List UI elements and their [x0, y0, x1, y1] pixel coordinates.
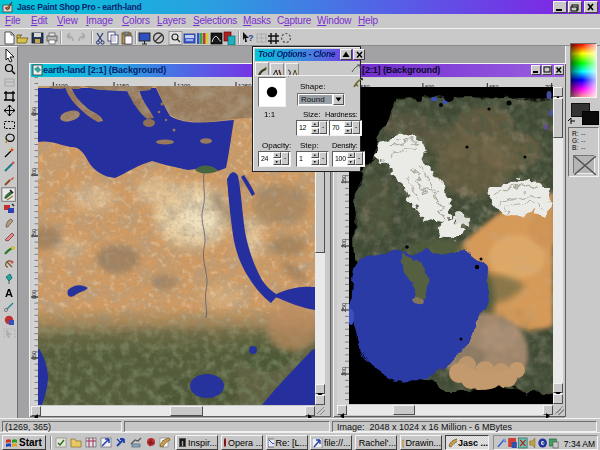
- svg-text:850: 850: [31, 351, 37, 360]
- svg-text:800: 800: [31, 290, 37, 299]
- svg-text:150: 150: [341, 175, 347, 184]
- svg-text:300: 300: [341, 367, 347, 376]
- svg-text:700: 700: [31, 168, 37, 177]
- svg-text:650: 650: [31, 107, 37, 116]
- svg-text:750: 750: [31, 229, 37, 238]
- svg-text:?: ?: [248, 33, 254, 43]
- svg-text:A: A: [5, 287, 13, 299]
- svg-text:250: 250: [341, 303, 347, 312]
- svg-text:200: 200: [341, 239, 347, 248]
